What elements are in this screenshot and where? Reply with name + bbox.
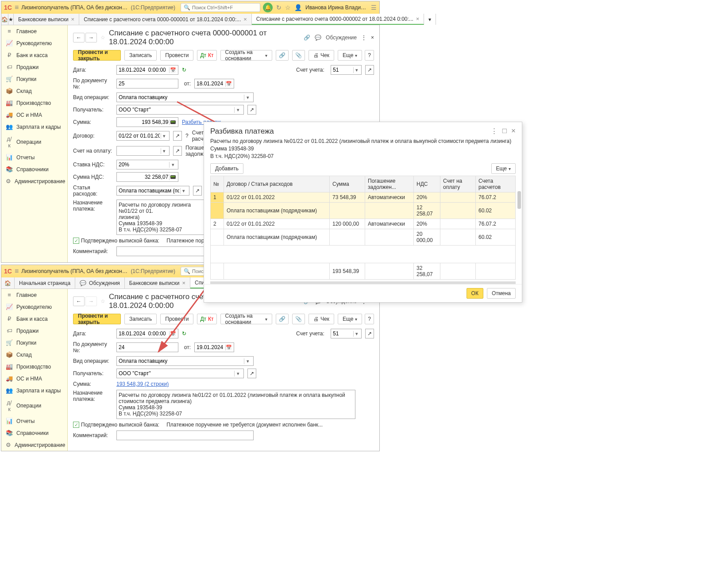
table-row[interactable]: Оплата поставщикам (подрядчикам) 20 000,… [211, 229, 516, 246]
open-button[interactable]: ↗ [193, 186, 202, 196]
more-button[interactable]: Еще [491, 163, 516, 174]
sidebar-item-reports[interactable]: 📊Отчеты [1, 415, 67, 427]
purpose-textarea[interactable]: Расчеты по договору лизинга №01/22 от 01… [116, 390, 355, 419]
tab-start-page[interactable]: Начальная страница [15, 277, 75, 288]
home-button[interactable]: 🏠 [1, 14, 8, 25]
tab-dropdown[interactable]: ▾ [424, 14, 436, 25]
maximize-icon[interactable]: □ [502, 127, 507, 136]
star-icon[interactable]: ☆ [285, 4, 291, 11]
table-row[interactable]: 1 01/22 от 01.01.2022 73 548,39 Автомати… [211, 192, 516, 203]
table-row[interactable]: Оплата поставщикам (подрядчикам) 12 258,… [211, 203, 516, 219]
settings-icon[interactable]: ☰ [371, 4, 377, 11]
sidebar-item-salary[interactable]: 👥Зарплата и кадры [1, 384, 67, 396]
calc-icon[interactable]: 📟 [169, 174, 176, 180]
date-input[interactable]: 📅 [116, 329, 178, 338]
col-no[interactable]: № [211, 176, 224, 192]
account-input[interactable]: ▾ [331, 329, 362, 338]
sidebar-item-manager[interactable]: 📈Руководителю [1, 301, 67, 313]
open-button[interactable]: ↗ [173, 146, 182, 156]
nav-back[interactable]: ← [73, 296, 85, 306]
op-type-select[interactable]: ▾ [116, 92, 254, 102]
comment-input[interactable] [116, 430, 254, 440]
menu-icon[interactable]: ≡ [15, 4, 19, 12]
dropdown-icon[interactable]: ▾ [353, 67, 359, 73]
check-button[interactable]: 🖨 Чек [309, 314, 334, 324]
sidebar-item-purchases[interactable]: 🛒Покупки [1, 337, 67, 349]
nav-forward[interactable]: → [85, 33, 97, 42]
nav-back[interactable]: ← [73, 33, 85, 42]
conduct-button[interactable]: Провести [160, 50, 193, 61]
history-icon[interactable]: ↻ [276, 4, 282, 11]
attach-button[interactable]: 📎 [292, 50, 305, 61]
col-vat[interactable]: НДС [414, 176, 440, 192]
calc-icon[interactable]: 📟 [169, 119, 176, 125]
date-input[interactable]: 📅 [116, 65, 178, 75]
favorites-button[interactable]: ★ [8, 14, 14, 25]
sidebar-item-warehouse[interactable]: 📦Склад [1, 349, 67, 361]
doc-date-input[interactable]: 📅 [194, 79, 234, 88]
confirmed-checkbox[interactable]: ✓ Подтверждено выпиской банка: [73, 422, 159, 428]
open-button[interactable]: ↗ [247, 369, 256, 378]
dropdown-icon[interactable]: ▾ [234, 107, 242, 113]
close-icon[interactable]: × [182, 280, 185, 286]
help-button[interactable]: ? [365, 314, 374, 324]
notification-icon[interactable]: 🔔 [263, 3, 273, 12]
col-debt[interactable]: Погашение задолжен... [365, 176, 414, 192]
close-icon[interactable]: × [416, 15, 420, 22]
col-sum[interactable]: Сумма [330, 176, 365, 192]
sidebar-item-admin[interactable]: ⚙Администрирование [1, 175, 67, 187]
calendar-icon[interactable]: 📅 [225, 81, 232, 87]
sidebar-item-main[interactable]: ≡Главное [1, 289, 67, 301]
expense-input[interactable]: ▾ [116, 186, 189, 196]
attach-button[interactable]: 📎 [292, 314, 305, 324]
dropdown-icon[interactable]: ▾ [169, 162, 176, 168]
col-accounts[interactable]: Счета расчетов [476, 176, 516, 192]
vat-sum-input[interactable]: 📟 [116, 172, 178, 182]
sidebar-item-admin[interactable]: ⚙Администрирование [1, 439, 67, 451]
sidebar-item-operations[interactable]: д/кОперации [1, 396, 67, 415]
discussion-label[interactable]: Обсуждение [326, 35, 357, 41]
op-type-select[interactable]: ▾ [116, 356, 254, 366]
tab-doc-1[interactable]: Списание с расчетного счета 0000-000001 … [79, 14, 252, 25]
doc-date-input[interactable]: 📅 [194, 342, 234, 352]
more-button[interactable]: Еще [338, 50, 362, 61]
purpose-textarea[interactable]: Расчеты по договору лизинга №01/22 от 01… [116, 200, 212, 235]
conduct-button[interactable]: Провести [160, 314, 193, 324]
menu-icon[interactable]: ≡ [15, 267, 19, 275]
dropdown-icon[interactable]: ▾ [161, 133, 167, 139]
conduct-close-button[interactable]: Провести и закрыть [73, 50, 121, 61]
structure-button[interactable]: 🔗 [276, 314, 289, 324]
create-based-button[interactable]: Создать на основании [220, 50, 272, 61]
scrollbar[interactable] [517, 191, 521, 209]
account-input[interactable]: ▾ [331, 65, 362, 75]
link-icon[interactable]: 🔗 [304, 35, 310, 41]
close-icon[interactable]: × [71, 16, 75, 23]
refresh-icon[interactable]: ↻ [182, 67, 186, 73]
more-button[interactable]: Еще [338, 314, 362, 324]
add-button[interactable]: Добавить [210, 163, 243, 174]
calendar-icon[interactable]: 📅 [169, 331, 176, 337]
sum-link[interactable]: 193 548,39 (2 строки) [116, 381, 169, 387]
contract-input[interactable]: ▾ [116, 131, 170, 141]
dropdown-icon[interactable]: ▾ [244, 95, 251, 100]
sidebar-item-sales[interactable]: 🏷Продажи [1, 325, 67, 337]
more-icon[interactable]: ⋮ [361, 35, 366, 41]
calendar-icon[interactable]: 📅 [225, 345, 232, 350]
col-contract[interactable]: Договор / Статья расходов [224, 176, 330, 192]
recipient-input[interactable]: ▾ [116, 369, 244, 378]
sidebar-item-bank[interactable]: ₽Банк и касса [1, 49, 67, 61]
sidebar-item-directories[interactable]: 📚Справочники [1, 427, 67, 439]
discussion-icon[interactable]: 💬 [315, 35, 321, 41]
help-icon[interactable]: ? [185, 133, 189, 139]
dt-kt-button[interactable]: ДтКт [197, 314, 216, 324]
sidebar-item-operations[interactable]: д/кОперации [1, 133, 67, 151]
comment-input[interactable] [116, 246, 212, 256]
close-icon[interactable]: × [243, 16, 247, 23]
search-input[interactable] [192, 5, 257, 10]
check-button[interactable]: 🖨 Чек [309, 50, 334, 61]
sidebar-item-bank[interactable]: ₽Банк и касса [1, 313, 67, 325]
close-icon[interactable]: × [511, 127, 516, 136]
close-icon[interactable]: × [371, 35, 374, 41]
invoice-input[interactable]: ▾ [116, 146, 170, 156]
home-button[interactable]: 🏠 [1, 277, 15, 288]
